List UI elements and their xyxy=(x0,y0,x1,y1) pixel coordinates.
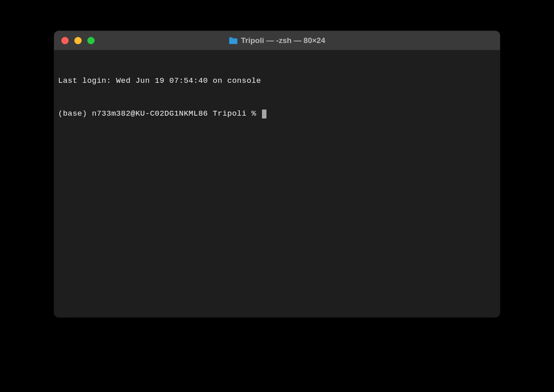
window-title-text: Tripoli — -zsh — 80×24 xyxy=(241,36,325,45)
minimize-button[interactable] xyxy=(74,37,82,44)
traffic-lights xyxy=(54,37,95,44)
prompt-line: (base) n733m382@KU-C02DG1NKML86 Tripoli … xyxy=(58,108,496,119)
terminal-body[interactable]: Last login: Wed Jun 19 07:54:40 on conso… xyxy=(54,50,500,317)
terminal-window: Tripoli — -zsh — 80×24 Last login: Wed J… xyxy=(54,31,500,317)
last-login-line: Last login: Wed Jun 19 07:54:40 on conso… xyxy=(58,75,496,86)
zoom-button[interactable] xyxy=(87,37,95,44)
window-title: Tripoli — -zsh — 80×24 xyxy=(229,36,325,45)
close-button[interactable] xyxy=(61,37,69,44)
shell-prompt: (base) n733m382@KU-C02DG1NKML86 Tripoli … xyxy=(58,108,261,119)
cursor xyxy=(262,110,266,118)
folder-icon xyxy=(229,37,238,44)
title-bar[interactable]: Tripoli — -zsh — 80×24 xyxy=(54,31,500,50)
